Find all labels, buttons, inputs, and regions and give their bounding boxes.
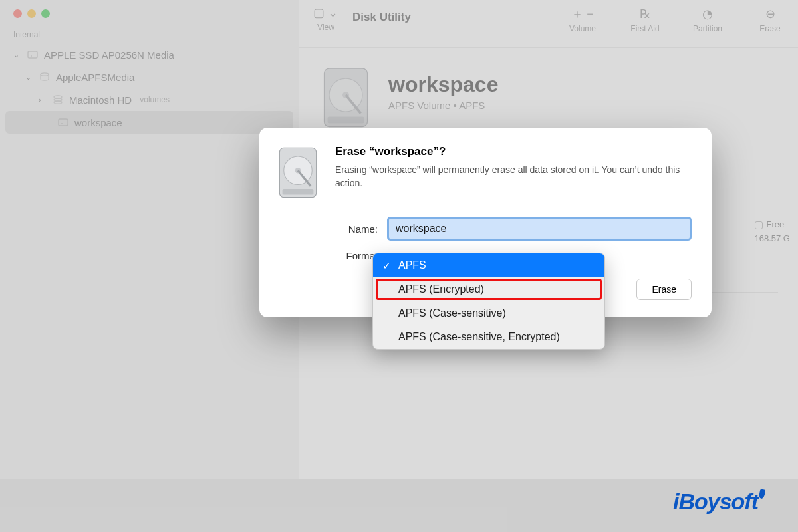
partition-button[interactable]: ◔Partition — [686, 7, 729, 33]
plus-minus-icon: ＋ − — [571, 7, 594, 21]
sidebar: Internal ⌄ APPLE SSD AP0256N Media ⌄ App… — [0, 0, 299, 479]
dialog-body: Erasing “workspace” will permanently era… — [335, 164, 692, 190]
sidebar-item-workspace[interactable]: workspace — [5, 111, 293, 134]
sidebar-item-macintosh-hd[interactable]: › Macintosh HD volumes — [0, 88, 299, 111]
format-option-apfs-case-encrypted[interactable]: APFS (Case-sensitive, Encrypted) — [373, 325, 604, 349]
volume-subtitle: APFS Volume • APFS — [388, 100, 498, 111]
view-label: View — [317, 23, 334, 32]
chevron-down-icon[interactable]: ⌄ — [13, 51, 21, 59]
svg-point-1 — [31, 55, 32, 57]
hdd-icon — [275, 145, 321, 198]
name-input[interactable] — [387, 217, 692, 241]
format-label: Format — [335, 250, 378, 261]
maximize-icon[interactable] — [41, 9, 50, 18]
sidebar-toggle-icon[interactable]: ▢ ⌄ — [313, 5, 338, 20]
close-icon[interactable] — [13, 9, 22, 18]
format-option-apfs-case[interactable]: APFS (Case-sensitive) — [373, 301, 604, 325]
format-option-apfs[interactable]: APFS — [373, 253, 604, 277]
svg-rect-15 — [283, 189, 314, 195]
volume-name: workspace — [388, 72, 498, 97]
sidebar-section-label: Internal — [0, 18, 299, 43]
name-label: Name: — [335, 223, 378, 235]
stethoscope-icon: ℞ — [640, 7, 650, 21]
erase-confirm-button[interactable]: Erase — [636, 279, 692, 300]
sidebar-item-ssd[interactable]: ⌄ APPLE SSD AP0256N Media — [0, 43, 299, 66]
volume-button[interactable]: ＋ −Volume — [561, 7, 604, 33]
format-option-apfs-encrypted[interactable]: APFS (Encrypted) — [376, 279, 602, 300]
sidebar-item-label: AppleAPFSMedia — [56, 72, 134, 83]
erase-icon: ⊖ — [765, 7, 775, 21]
minimize-icon[interactable] — [27, 9, 36, 18]
volume-icon — [52, 94, 64, 106]
svg-point-2 — [41, 73, 49, 76]
svg-point-7 — [61, 123, 63, 124]
svg-rect-11 — [328, 117, 364, 124]
chevron-right-icon[interactable]: › — [39, 96, 47, 104]
sidebar-item-label: APPLE SSD AP0256N Media — [44, 49, 174, 61]
sidebar-item-label: workspace — [74, 117, 122, 128]
sidebar-item-label: Macintosh HD — [69, 94, 132, 106]
chevron-down-icon[interactable]: ⌄ — [25, 73, 33, 82]
window-controls — [0, 0, 299, 18]
sidebar-item-container[interactable]: ⌄ AppleAPFSMedia — [0, 66, 299, 88]
hdd-icon — [319, 65, 372, 118]
erase-button[interactable]: ⊖Erase — [749, 7, 791, 33]
disk-icon — [27, 49, 39, 61]
volume-header: workspace APFS Volume • APFS — [319, 65, 778, 118]
toolbar: ▢ ⌄ View Disk Utility ＋ −Volume ℞First A… — [299, 0, 798, 48]
container-icon — [39, 71, 51, 83]
svg-rect-6 — [59, 119, 68, 126]
sidebar-item-sublabel: volumes — [140, 95, 170, 104]
watermark-logo: iBoysoft — [673, 489, 765, 515]
dialog-title: Erase “workspace”? — [335, 145, 692, 158]
free-space: Free 168.57 G — [755, 219, 791, 243]
pie-icon: ◔ — [702, 7, 713, 21]
first-aid-button[interactable]: ℞First Aid — [624, 7, 666, 33]
format-dropdown[interactable]: APFS APFS (Encrypted) APFS (Case-sensiti… — [372, 253, 605, 350]
svg-rect-0 — [28, 51, 37, 58]
disk-icon — [57, 116, 69, 128]
checkbox-icon — [755, 221, 763, 229]
app-title: Disk Utility — [346, 5, 561, 24]
